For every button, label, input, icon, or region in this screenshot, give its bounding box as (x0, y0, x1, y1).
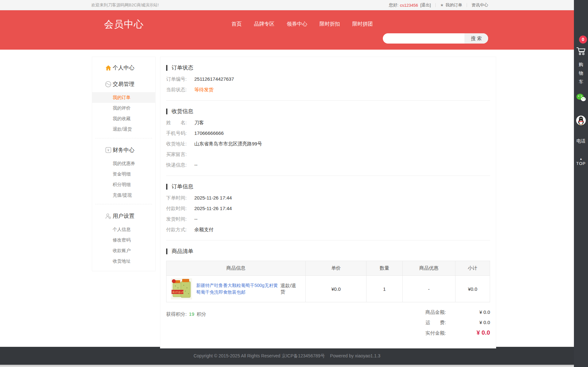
search-bar: 搜 索 (383, 33, 488, 44)
sidebar-item-shipping-address[interactable]: 收货地址 (92, 256, 155, 266)
footer: Copyright © 2015-2025 All Rights Reserve… (0, 347, 574, 365)
items-table: 商品信息 单价 数量 商品优惠 小计 (166, 261, 490, 302)
order-detail-panel: 订单状态 订单编号: 251126174427637 当前状态: 等待发货 收货… (160, 57, 496, 348)
field-label: 买家留言: (166, 151, 194, 157)
powered-by-text: Powered by xiaoyao1.1.3 (330, 353, 380, 358)
logout-link[interactable]: [退出] (420, 2, 431, 8)
unit-price-cell: ¥0.0 (306, 276, 366, 302)
column-header-quantity: 数量 (366, 261, 402, 276)
sidebar-item-my-favorites[interactable]: 我的收藏 (92, 113, 155, 124)
column-header-product: 商品信息 (166, 261, 306, 276)
title-bar-decoration (166, 184, 167, 190)
sidebar-item-personal-info[interactable]: 个人信息 (92, 224, 155, 235)
order-time: 2025-11-26 17:44 (194, 195, 232, 201)
main: 个人中心 交易管理 我的订单 我的评价 我的收藏 退款/退货 ¥ (0, 50, 574, 347)
field-row: 当前状态: 等待发货 (166, 87, 490, 93)
refund-return-link[interactable]: 退款/退货 (280, 283, 301, 295)
search-input[interactable] (383, 33, 464, 44)
section-title-text: 收货信息 (172, 108, 193, 115)
shipping-address: 山东省青岛市市北区漂亮路99号 (194, 141, 262, 147)
total-row: 运 费: ¥ 0.0 (425, 320, 490, 325)
news-link[interactable]: 资讯中心 (471, 2, 488, 8)
sidebar-section-trade[interactable]: 交易管理 (92, 76, 155, 92)
title-bar-decoration (166, 65, 167, 71)
bottom-strip (0, 365, 574, 367)
nav-item-group-buy[interactable]: 限时拼团 (352, 21, 373, 28)
field-label: 快递信息: (166, 162, 194, 168)
field-row: 手机号码: 17066666666 (166, 130, 490, 136)
sidebar-section-label: 个人中心 (113, 65, 134, 71)
sidebar-section-finance[interactable]: ¥ 财务中心 (92, 142, 155, 158)
sidebar-item-my-reviews[interactable]: 我的评价 (92, 103, 155, 113)
section-shipping-info: 收货信息 (166, 108, 490, 115)
sidebar-section-label: 交易管理 (113, 81, 134, 87)
cart-icon[interactable] (576, 46, 586, 57)
sidebar-item-my-coupons[interactable]: 我的优惠券 (92, 158, 155, 169)
payment-time: 2025-11-26 17:44 (194, 206, 232, 211)
field-row: 付款方式: 余额支付 (166, 227, 490, 232)
recipient-name: 刀客 (194, 120, 204, 126)
sidebar-item-change-password[interactable]: 修改密码 (92, 235, 155, 245)
sidebar-divider (95, 204, 152, 204)
trade-icon (105, 81, 111, 87)
nav-item-home[interactable]: 首页 (231, 21, 242, 28)
cart-label[interactable]: 购 物 车 (574, 60, 588, 86)
field-label: 姓 名: (166, 120, 194, 126)
nav-item-brand-zone[interactable]: 品牌专区 (254, 21, 274, 28)
points-earned: 获得积分: 19 积分 (166, 311, 206, 340)
sidebar-section-user-settings[interactable]: 用户设置 (92, 208, 155, 224)
wechat-icon[interactable] (576, 93, 586, 104)
field-row: 下单时间: 2025-11-26 17:44 (166, 195, 490, 201)
field-row: 收货地址: 山东省青岛市市北区漂亮路99号 (166, 141, 490, 147)
back-to-top-button[interactable]: ▲ TOP (574, 158, 588, 166)
table-row: 买2斤送1斤 新疆特产吐鲁番大颗粒葡萄干500g无籽黄萄葡干免洗即食散装包邮 退… (166, 276, 490, 302)
header: 会员中心 首页 品牌专区 领券中心 限时折扣 限时拼团 搜 索 (0, 10, 574, 50)
search-button[interactable]: 搜 索 (464, 33, 488, 44)
shipment-time: -- (194, 216, 197, 222)
product-name-link[interactable]: 新疆特产吐鲁番大颗粒葡萄干500g无籽黄萄葡干免洗即食散装包邮 (196, 282, 280, 296)
total-row-final: 实付金额: ¥ 0.0 (425, 330, 490, 336)
field-label: 手机号码: (166, 130, 194, 136)
phone-button[interactable]: 电话 (574, 138, 588, 144)
product-image-badge: 买2斤送1斤 (172, 291, 184, 294)
goods-amount: ¥ 0.0 (479, 309, 490, 315)
discount-cell: - (402, 276, 455, 302)
section-title-text: 订单状态 (172, 64, 193, 71)
nav-item-coupon-center[interactable]: 领券中心 (287, 21, 307, 28)
paid-amount: ¥ 0.0 (477, 330, 490, 336)
page: 欢迎来到刀客源码网B2C商城演示站! 您好: cs123456 [退出] ★ 我… (0, 0, 574, 367)
payment-method: 余额支付 (194, 227, 213, 232)
sidebar-section-personal-center[interactable]: 个人中心 (92, 60, 155, 76)
field-label: 发货时间: (166, 216, 194, 222)
section-item-list: 商品清单 (166, 248, 490, 255)
user-settings-icon (105, 213, 111, 219)
field-label: 付款时间: (166, 206, 194, 211)
total-label: 实付金额: (425, 330, 446, 336)
product-image[interactable]: 买2斤送1斤 (171, 278, 192, 299)
sidebar-item-recharge-withdraw[interactable]: 充值/提现 (92, 190, 155, 200)
shipping-fee: ¥ 0.0 (479, 320, 490, 325)
finance-icon: ¥ (105, 147, 111, 153)
title-bar-decoration (166, 249, 167, 254)
sidebar-item-payment-account[interactable]: 收款账户 (92, 245, 155, 256)
sidebar-item-points-details[interactable]: 积分明细 (92, 179, 155, 190)
status-badge: 等待发货 (194, 87, 213, 93)
order-number: 251126174427637 (194, 76, 234, 82)
my-orders-link[interactable]: 我的订单 (446, 2, 462, 8)
separator (435, 3, 436, 7)
column-header-unit-price: 单价 (306, 261, 366, 276)
sidebar-item-refund-return[interactable]: 退款/退货 (92, 124, 155, 135)
order-summary: 获得积分: 19 积分 商品金额: ¥ 0.0 运 费: ¥ 0.0 (166, 309, 490, 340)
topbar: 欢迎来到刀客源码网B2C商城演示站! 您好: cs123456 [退出] ★ 我… (0, 0, 574, 10)
field-label: 付款方式: (166, 227, 194, 232)
field-label: 收货地址: (166, 141, 194, 147)
points-unit: 积分 (197, 311, 206, 317)
qq-icon[interactable] (576, 115, 586, 127)
section-divider (166, 175, 490, 176)
home-icon (105, 65, 111, 71)
field-label: 当前状态: (166, 87, 194, 93)
sidebar-item-my-orders[interactable]: 我的订单 (92, 92, 155, 103)
phone-number: 17066666666 (194, 130, 224, 136)
sidebar-item-fund-details[interactable]: 资金明细 (92, 169, 155, 179)
nav-item-flash-discount[interactable]: 限时折扣 (319, 21, 340, 28)
